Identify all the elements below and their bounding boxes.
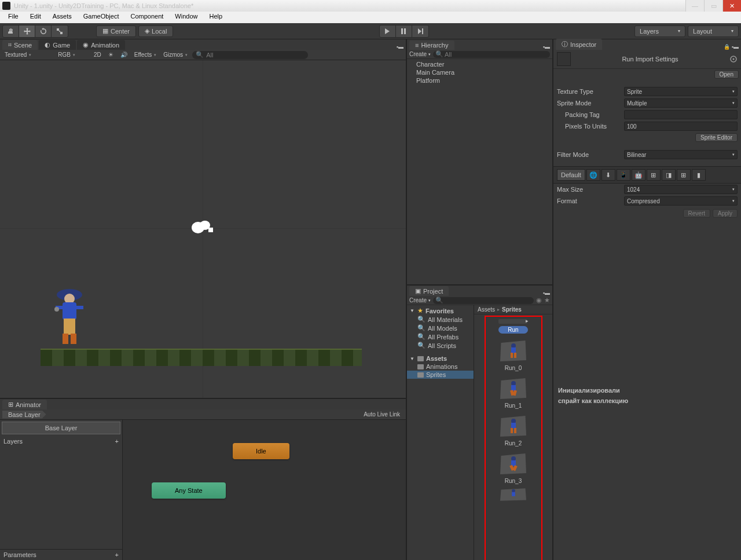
tab-inspector[interactable]: ⓘInspector: [556, 39, 602, 50]
hierarchy-item-character[interactable]: Character: [407, 60, 552, 68]
panel-menu-icon[interactable]: ▪▬: [543, 290, 550, 296]
sprite-run-3[interactable]: Run_3: [499, 452, 528, 484]
save-search-icon[interactable]: ★: [544, 297, 550, 304]
project-search[interactable]: 🔍: [433, 297, 534, 304]
add-layer-button[interactable]: +: [115, 438, 119, 445]
sprite-run-0[interactable]: Run_0: [499, 339, 528, 371]
title-bar: Unity - 1.unity - Unity2DTraining - PC, …: [0, 0, 741, 12]
move-tool[interactable]: [19, 25, 35, 37]
platform-android-icon[interactable]: 🤖: [632, 169, 645, 181]
gear-icon[interactable]: [729, 55, 738, 63]
rgb-dropdown[interactable]: RGB: [56, 51, 78, 59]
platform-object[interactable]: [41, 349, 362, 366]
2d-toggle[interactable]: 2D: [91, 51, 104, 59]
panel-menu-icon[interactable]: ▪▬: [543, 44, 550, 50]
rotate-tool[interactable]: [35, 25, 52, 37]
layout-dropdown[interactable]: Layout: [688, 25, 739, 37]
menu-gameobject[interactable]: GameObject: [78, 12, 125, 23]
svg-rect-2: [401, 28, 403, 34]
scene-search[interactable]: 🔍All: [192, 51, 308, 59]
pivot-center-toggle[interactable]: ▦ Center: [96, 25, 136, 37]
tab-animator[interactable]: ⊞Animator: [2, 400, 47, 409]
max-size-dropdown[interactable]: 1024: [624, 185, 738, 194]
sprite-run-1[interactable]: Run_1: [499, 377, 528, 409]
audio-toggle[interactable]: 🔊: [118, 51, 130, 59]
scale-tool[interactable]: [52, 25, 68, 37]
state-idle[interactable]: Idle: [233, 443, 289, 459]
platform-standalone-icon[interactable]: ⬇: [601, 169, 615, 181]
sprite-asset-run[interactable]: ▸ Run: [498, 319, 527, 334]
folder-animations[interactable]: Animations: [407, 363, 474, 371]
add-parameter-button[interactable]: +: [115, 551, 119, 558]
sprite-editor-button[interactable]: Sprite Editor: [695, 133, 738, 142]
scene-view[interactable]: [0, 60, 406, 398]
state-any-state[interactable]: Any State: [152, 482, 226, 499]
sprite-run-4[interactable]: [499, 488, 528, 502]
platform-ios-icon[interactable]: 📱: [617, 169, 630, 181]
menu-help[interactable]: Help: [203, 12, 228, 23]
rotation-local-toggle[interactable]: ◈ Local: [138, 25, 173, 37]
folder-sprites[interactable]: Sprites: [407, 371, 474, 379]
tab-hierarchy[interactable]: ≡Hierarchy: [409, 41, 454, 50]
fav-all-materials[interactable]: 🔍All Materials: [407, 315, 474, 324]
shading-dropdown[interactable]: Textured: [2, 51, 34, 59]
platform-blackberry-icon[interactable]: ⊞: [647, 169, 661, 181]
filter-icon[interactable]: ◉: [536, 297, 542, 304]
project-create-dropdown[interactable]: Create: [409, 297, 431, 303]
tab-project[interactable]: ▣Project: [409, 286, 449, 296]
filter-mode-dropdown[interactable]: Bilinear: [624, 150, 738, 159]
step-button[interactable]: [412, 25, 428, 37]
play-button[interactable]: [380, 25, 396, 37]
effects-dropdown[interactable]: Effects: [132, 51, 159, 59]
hierarchy-create-dropdown[interactable]: Create: [409, 51, 431, 57]
scene-toolbar: Textured RGB 2D ☀ 🔊 Effects Gizmos 🔍All: [0, 50, 406, 60]
packing-tag-field[interactable]: [624, 110, 738, 119]
menu-window[interactable]: Window: [169, 12, 203, 23]
light-toggle[interactable]: ☀: [106, 51, 116, 59]
tab-scene[interactable]: ⌗Scene: [2, 40, 38, 50]
base-layer-row[interactable]: Base Layer: [2, 422, 120, 434]
close-button[interactable]: ✕: [722, 0, 741, 12]
tab-animation[interactable]: ◉Animation: [77, 40, 125, 50]
menu-edit[interactable]: Edit: [24, 12, 47, 23]
sprite-run-2[interactable]: Run_2: [499, 415, 528, 446]
layers-dropdown[interactable]: Layers: [634, 25, 685, 37]
apply-button[interactable]: Apply: [713, 209, 738, 218]
panel-menu-icon[interactable]: 🔒 ▪▬: [724, 44, 739, 50]
format-dropdown[interactable]: Compressed: [624, 196, 738, 206]
revert-button[interactable]: Revert: [683, 209, 710, 218]
menu-assets[interactable]: Assets: [47, 12, 78, 23]
auto-live-link-toggle[interactable]: Auto Live Link: [360, 411, 403, 418]
sprite-mode-dropdown[interactable]: Multiple: [624, 98, 738, 108]
pixels-to-units-field[interactable]: 100: [624, 122, 738, 131]
breadcrumb-assets[interactable]: Assets: [478, 306, 495, 313]
pause-button[interactable]: [396, 25, 412, 37]
breadcrumb-sprites[interactable]: Sprites: [502, 306, 522, 313]
hierarchy-item-platform[interactable]: Platform: [407, 76, 552, 85]
hand-tool[interactable]: [3, 25, 19, 37]
hierarchy-search[interactable]: 🔍All: [433, 51, 550, 58]
assets-header[interactable]: ▼Assets: [407, 354, 474, 363]
hierarchy-item-camera[interactable]: Main Camera: [407, 68, 552, 76]
texture-type-dropdown[interactable]: Sprite: [624, 87, 738, 96]
animator-graph[interactable]: Idle Any State: [123, 420, 406, 560]
animator-breadcrumb[interactable]: Base Layer: [2, 411, 46, 419]
panel-menu-icon[interactable]: ▪▬: [397, 44, 403, 50]
tab-game[interactable]: ◐Game: [39, 40, 76, 50]
maximize-button[interactable]: ▭: [704, 0, 722, 12]
gizmos-dropdown[interactable]: Gizmos: [161, 51, 190, 59]
platform-tizen-icon[interactable]: ◨: [662, 169, 676, 181]
fav-all-scripts[interactable]: 🔍All Scripts: [407, 341, 474, 350]
platform-web-icon[interactable]: 🌐: [586, 169, 600, 181]
platform-default[interactable]: Default: [557, 169, 585, 181]
favorites-header[interactable]: ▼★Favorites: [407, 306, 474, 315]
menu-component[interactable]: Component: [124, 12, 169, 23]
fav-all-models[interactable]: 🔍All Models: [407, 324, 474, 332]
fav-all-prefabs[interactable]: 🔍All Prefabs: [407, 332, 474, 341]
platform-more-icon[interactable]: ▮: [692, 169, 706, 181]
character-object[interactable]: [52, 286, 87, 349]
platform-windows-icon[interactable]: ⊞: [677, 169, 691, 181]
minimize-button[interactable]: —: [685, 0, 704, 12]
open-button[interactable]: Open: [714, 70, 739, 79]
menu-file[interactable]: File: [2, 12, 24, 23]
